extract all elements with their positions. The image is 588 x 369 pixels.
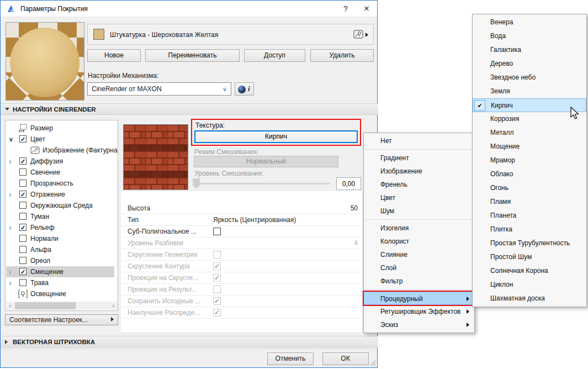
blend-level-value-field[interactable] xyxy=(336,177,361,190)
param-row-map-rounded[interactable]: Проекция на Скругле... xyxy=(121,272,362,284)
tree-item-transparency[interactable]: Прозрачность xyxy=(6,178,114,189)
tree-item-normals[interactable]: Нормали xyxy=(6,233,114,244)
param-row-subdivision-level[interactable]: Уровень Разбивки 4 xyxy=(121,238,362,249)
tree-expander-icon[interactable] xyxy=(9,189,15,201)
menu-item-posterizer[interactable]: Изогелия xyxy=(364,222,474,235)
menu-item-marble[interactable]: Мрамор xyxy=(473,154,586,167)
scroll-left-icon[interactable]: ‹ xyxy=(6,302,14,310)
checkbox[interactable] xyxy=(19,168,27,176)
menu-item-effects-retoucher[interactable]: Ретушировщик Эффектов xyxy=(364,305,474,318)
menu-item-simple-turbulence[interactable]: Простая Турубулентность xyxy=(473,236,586,250)
menu-item-flame[interactable]: Пламя xyxy=(473,195,586,209)
menu-item-checkerboard[interactable]: Шахматная доска xyxy=(473,292,586,305)
menu-item-earth[interactable]: Земля xyxy=(473,85,586,98)
menu-item-venus[interactable]: Венера xyxy=(473,15,586,29)
tree-item-image[interactable]: Изображение (Фактурная Ш xyxy=(6,145,114,156)
ok-button[interactable]: OK xyxy=(322,352,369,365)
close-button[interactable]: ✕ xyxy=(357,1,376,17)
param-row-map-result[interactable]: Проекция на Результ... xyxy=(121,284,362,296)
menu-item-fresnel[interactable]: Френель xyxy=(364,178,474,191)
menu-item-planet[interactable]: Планета xyxy=(473,209,586,223)
tree-expander-icon[interactable] xyxy=(9,134,15,145)
param-row-subpolygon[interactable]: Суб-Полигональное ... xyxy=(121,226,362,238)
menu-item-gradient[interactable]: Градиент xyxy=(364,151,474,165)
scroll-right-icon[interactable]: › xyxy=(109,302,118,310)
tree-item-reflection[interactable]: Отражение xyxy=(6,189,114,200)
menu-item-cloud[interactable]: Облако xyxy=(473,167,586,181)
checkbox[interactable] xyxy=(19,157,27,165)
menu-item-color[interactable]: Цвет xyxy=(364,191,474,204)
access-button[interactable]: Доступ xyxy=(244,49,305,62)
checkbox[interactable] xyxy=(19,213,27,220)
tree-item-glow[interactable]: Ореол xyxy=(6,255,114,266)
cancel-button[interactable]: Отменить xyxy=(267,352,314,365)
resize-grip[interactable] xyxy=(370,360,375,366)
menu-item-galaxy[interactable]: Галактика xyxy=(473,43,586,57)
menu-item-none[interactable]: Нет xyxy=(364,134,474,147)
menu-item-wood[interactable]: Дерево xyxy=(473,57,586,71)
param-value[interactable]: Яркость (Центрированная) xyxy=(213,214,296,225)
param-row-round-geometry[interactable]: Скругление Геометрии xyxy=(121,249,362,261)
param-row-round-contour[interactable]: Скругление Контура xyxy=(121,261,362,272)
param-value[interactable]: 50 xyxy=(351,203,358,214)
tree-item-grass[interactable]: Трава xyxy=(6,277,114,288)
rename-button[interactable]: Переименовать xyxy=(145,49,240,62)
help-button[interactable]: ? xyxy=(336,1,355,17)
engine-info-button[interactable]: i xyxy=(235,82,254,96)
checkbox[interactable] xyxy=(19,135,27,143)
tree-horizontal-scrollbar[interactable]: ‹ › xyxy=(6,302,118,310)
menu-item-water[interactable]: Вода xyxy=(473,29,586,43)
tree-expander-icon[interactable] xyxy=(9,266,15,278)
tree-expander-icon[interactable] xyxy=(9,222,15,234)
menu-item-pavement[interactable]: Мощение xyxy=(473,140,586,154)
tree-item-luminance[interactable]: Свечение xyxy=(6,167,114,178)
menu-item-starfield[interactable]: Звездное небо xyxy=(473,71,586,85)
param-row-best-distribution[interactable]: Наилучшее Распреде... xyxy=(121,307,362,319)
tree-item-environment[interactable]: Окружающая Среда xyxy=(6,200,114,211)
tree-item-size[interactable]: Размер xyxy=(6,123,114,134)
checkbox[interactable] xyxy=(19,279,27,286)
menu-item-procedural[interactable]: Процедурный xyxy=(364,292,474,305)
menu-item-tiles[interactable]: Плитка xyxy=(473,223,586,236)
param-row-type[interactable]: Тип Яркость (Центрированная) xyxy=(121,214,362,226)
tree-item-illumination[interactable]: Освещение xyxy=(6,288,114,299)
checkbox[interactable] xyxy=(19,180,27,187)
menu-item-image[interactable]: Изображение xyxy=(364,165,474,178)
tree-item-fog[interactable]: Туман xyxy=(6,211,114,222)
menu-item-cyclone[interactable]: Циклон xyxy=(473,278,586,292)
checkbox[interactable] xyxy=(213,228,221,235)
param-row-keep-original[interactable]: Сохранить Исходные ... xyxy=(121,296,362,307)
tree-item-diffusion[interactable]: Диффузия xyxy=(6,156,114,167)
scrollbar-thumb[interactable] xyxy=(15,302,76,309)
section-cinerender-settings[interactable]: НАСТРОЙКИ CINERENDER xyxy=(1,103,378,115)
param-row-height[interactable]: Высота 50 xyxy=(121,203,362,214)
material-picker-icon[interactable] xyxy=(353,30,369,40)
checkbox[interactable] xyxy=(19,268,27,275)
menu-item-fire[interactable]: Огонь xyxy=(473,181,586,195)
checkbox[interactable] xyxy=(19,235,27,242)
match-settings-button[interactable]: Соответствие Настроек... xyxy=(5,314,118,325)
menu-item-metal[interactable]: Металл xyxy=(473,126,586,140)
menu-item-layer[interactable]: Слой xyxy=(364,261,474,275)
checkbox[interactable] xyxy=(19,191,27,198)
menu-item-filter[interactable]: Фильтр xyxy=(364,275,474,288)
material-selector[interactable]: Штукатурка - Шероховатая Желтая xyxy=(87,24,374,45)
menu-item-sketch[interactable]: Эскиз xyxy=(364,318,474,331)
checkbox[interactable] xyxy=(19,202,27,209)
tree-item-bump[interactable]: Рельеф xyxy=(6,222,114,233)
engine-select[interactable]: CineRender от MAXON ∨ xyxy=(87,82,231,96)
menu-item-noise[interactable]: Шум xyxy=(364,204,474,218)
checkbox[interactable] xyxy=(19,224,27,231)
texture-shader-button[interactable]: Кирпич xyxy=(194,130,358,143)
tree-expander-icon[interactable] xyxy=(9,277,15,289)
delete-button[interactable]: Удалить xyxy=(310,49,374,62)
tree-item-color[interactable]: Цвет xyxy=(6,134,114,145)
tree-item-alpha[interactable]: Альфа xyxy=(6,244,114,255)
menu-item-simple-noise[interactable]: Простой Шум xyxy=(473,250,586,264)
menu-item-sun-corona[interactable]: Солнечная Корона xyxy=(473,264,586,278)
menu-item-fusion[interactable]: Слияние xyxy=(364,248,474,261)
checkbox[interactable] xyxy=(19,246,27,253)
new-button[interactable]: Новое xyxy=(87,49,141,62)
blend-level-slider-track[interactable] xyxy=(194,183,330,184)
section-vector-hatching[interactable]: ВЕКТОРНАЯ ШТРИХОВКА xyxy=(1,336,378,347)
